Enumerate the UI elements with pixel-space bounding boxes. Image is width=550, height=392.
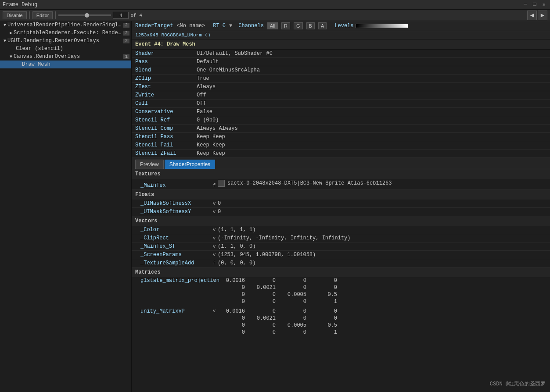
- channel-b-button[interactable]: B: [306, 22, 315, 29]
- editor-button[interactable]: Editor: [32, 11, 53, 19]
- property-name: Shader: [132, 50, 193, 58]
- texture-row: _MainTex f sactx-0-2048x2048-DXT5|BC3-Ne…: [132, 179, 550, 190]
- matrix-values: 00.002100: [218, 285, 341, 291]
- toolbar: Disable Editor of 4 ◀ ▶: [0, 10, 550, 21]
- vector-type: v: [211, 227, 218, 232]
- property-value: 0 (0b0): [193, 116, 550, 125]
- property-value: Off: [193, 91, 550, 100]
- matrix-block: glstate_matrix_projectionv0.001600000.00…: [132, 277, 550, 305]
- tree-item[interactable]: ▼UGUI.Rendering.RenderOverlays2: [0, 37, 131, 45]
- properties-table: Shader UI/Default, SubShader #0 Pass Def…: [132, 50, 550, 158]
- matrix-cell: 0: [279, 285, 310, 291]
- maximize-icon[interactable]: □: [532, 1, 538, 8]
- matrix-name: unity_MatrixVP: [140, 308, 211, 314]
- matrix-cell: 0.0021: [248, 315, 279, 321]
- channel-g-button[interactable]: G: [294, 22, 303, 29]
- tree-arrow: ▼: [10, 54, 12, 59]
- frame-slider-track[interactable]: [58, 14, 111, 16]
- tree-item-label: Canvas.RenderOverlays: [14, 53, 80, 60]
- tab-button-shaderproperties[interactable]: ShaderProperties: [165, 160, 215, 169]
- matrix-cell: 0: [310, 308, 341, 314]
- vector-row: _ScreenParams v (1253, 945, 1.000798, 1.…: [132, 251, 550, 259]
- matrix-row: 00.002100: [132, 284, 550, 291]
- matrix-row: 000.00050.5: [132, 291, 550, 298]
- float-row: _UIMaskSoftnessY v 0: [132, 208, 550, 216]
- render-target-label: RenderTarget: [135, 23, 173, 29]
- matrix-values: 0001: [218, 329, 341, 335]
- matrix-cell: 0: [279, 308, 310, 314]
- tab-button-preview[interactable]: Preview: [135, 160, 164, 169]
- vector-type: f: [211, 260, 218, 266]
- texture-thumb[interactable]: [218, 180, 225, 187]
- minimize-icon[interactable]: ─: [522, 1, 528, 8]
- disable-button[interactable]: Disable: [3, 11, 27, 19]
- matrix-cell: 0: [279, 278, 310, 284]
- property-value: Keep Keep: [193, 141, 550, 150]
- float-type: v: [211, 201, 218, 206]
- tree-arrow: ▼: [4, 39, 6, 43]
- frame-slider-area: of 4: [58, 12, 525, 19]
- property-name: ZTest: [132, 83, 193, 91]
- frame-slider-thumb[interactable]: [85, 13, 89, 18]
- matrix-values: 000.00050.5: [218, 292, 341, 298]
- matrix-row: 000.00050.5: [132, 322, 550, 329]
- tree-badge: 2: [123, 39, 129, 43]
- matrix-cell: 0: [310, 315, 341, 321]
- toolbar-divider: [29, 11, 30, 19]
- vector-value: (1, 1, 1, 1): [218, 227, 546, 233]
- window-title: Frame Debug: [3, 2, 37, 8]
- vector-name: _MainTex_ST: [140, 243, 211, 249]
- property-row: Stencil Ref 0 (0b0): [132, 116, 550, 125]
- vector-name: _ClipRect: [140, 235, 211, 241]
- frame-number-input[interactable]: [113, 12, 129, 19]
- channel-a-button[interactable]: A: [318, 22, 327, 29]
- matrix-values: 0.0016000: [218, 308, 341, 314]
- vector-value: (1253, 945, 1.000798, 1.001058): [218, 252, 546, 258]
- next-frame-button[interactable]: ▶: [538, 11, 547, 20]
- matrices-section-header: Matrices: [132, 267, 550, 277]
- property-row: ZClip True: [132, 75, 550, 83]
- matrix-name: glstate_matrix_projection: [140, 278, 211, 284]
- tree-item[interactable]: ▼Canvas.RenderOverlays1: [0, 53, 131, 61]
- texture-filename: sactx-0-2048x2048-DXT5|BC3-New Sprite At…: [227, 180, 392, 186]
- float-type: v: [211, 209, 218, 214]
- tree-badge: 1: [123, 54, 129, 59]
- matrix-cell: 0: [248, 329, 279, 335]
- channel-r-button[interactable]: R: [281, 22, 290, 29]
- watermark: CSDN @红黑色的圣西罗: [490, 380, 546, 388]
- channel-all-button[interactable]: All: [267, 22, 278, 29]
- property-row: Stencil Pass Keep Keep: [132, 133, 550, 141]
- tree-arrow: ▼: [4, 23, 6, 28]
- float-name: _UIMaskSoftnessY: [140, 209, 211, 215]
- matrix-row: 00.002100: [132, 315, 550, 322]
- property-row: Stencil Fail Keep Keep: [132, 141, 550, 150]
- tree-item[interactable]: Clear (stencil): [0, 45, 131, 53]
- matrix-cell: 0: [218, 292, 248, 298]
- property-row: Stencil Comp Always Always: [132, 125, 550, 133]
- matrix-cell: 0: [218, 299, 248, 305]
- shader-properties-content: Textures _MainTex f sactx-0-2048x2048-DX…: [132, 169, 550, 336]
- tree-item[interactable]: ▼UniversalRenderPipeline.RenderSingleCam…: [0, 21, 131, 29]
- close-icon[interactable]: ✕: [541, 1, 547, 8]
- property-row: ZWrite Off: [132, 91, 550, 100]
- vector-name: _Color: [140, 227, 211, 233]
- tree-item[interactable]: ▶ScriptableRenderer.Execute: Renderer2D2: [0, 29, 131, 37]
- property-value: Keep Keep: [193, 150, 550, 158]
- property-value: True: [193, 75, 550, 83]
- frame-of-label: of 4: [130, 13, 142, 18]
- tree-item-label: UniversalRenderPipeline.RenderSingleCame…: [7, 22, 123, 28]
- prev-frame-button[interactable]: ◀: [527, 11, 537, 20]
- levels-gradient: [356, 24, 408, 28]
- matrix-cell: 0: [248, 299, 279, 305]
- levels-bar: Levels: [334, 23, 408, 29]
- matrix-block: unity_MatrixVPv0.001600000.002100000.000…: [132, 308, 550, 336]
- property-name: Pass: [132, 58, 193, 66]
- tree-badge: 2: [123, 23, 129, 28]
- property-value: Always: [193, 83, 550, 91]
- property-value: Default: [193, 58, 550, 66]
- vector-value: (0, 0, 0, 0): [218, 260, 546, 266]
- property-name: ZWrite: [132, 91, 193, 100]
- rt-dropdown-icon[interactable]: ▼: [229, 23, 232, 29]
- matrix-name: [140, 299, 211, 305]
- tree-item[interactable]: Draw Mesh: [0, 61, 131, 68]
